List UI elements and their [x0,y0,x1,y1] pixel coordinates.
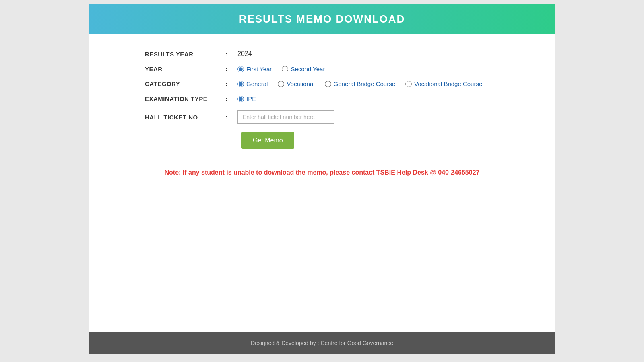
footer: Designed & Developed by : Centre for Goo… [89,332,555,354]
note-text: Note: If any student is unable to downlo… [165,169,480,176]
examination-type-ipe-option[interactable]: IPE [237,95,256,102]
category-general-label: General [246,80,268,87]
results-year-colon: : [225,51,229,58]
year-first-year-option[interactable]: First Year [237,66,272,72]
note-section: Note: If any student is unable to downlo… [113,169,531,176]
examination-type-radio-group: IPE [237,95,256,102]
examination-type-row: EXAMINATION TYPE : IPE [145,95,531,102]
get-memo-button[interactable]: Get Memo [242,132,294,149]
category-vocational-radio[interactable] [278,81,284,87]
page-title: RESULTS MEMO DOWNLOAD [89,13,555,25]
get-memo-row: Get Memo [229,132,531,149]
year-colon: : [225,66,229,72]
hall-ticket-label: HALL TICKET NO [145,114,225,121]
category-general-radio[interactable] [237,81,244,87]
year-second-year-label: Second Year [291,66,325,72]
category-general-bridge-option[interactable]: General Bridge Course [325,80,395,87]
category-row: CATEGORY : General Vocational General Br… [145,80,531,87]
category-vocational-bridge-label: Vocational Bridge Course [414,80,482,87]
examination-type-ipe-radio[interactable] [237,96,244,102]
hall-ticket-row: HALL TICKET NO : [145,110,531,124]
category-colon: : [225,80,229,87]
category-general-bridge-label: General Bridge Course [334,80,395,87]
examination-type-colon: : [225,95,229,102]
page-wrapper: RESULTS MEMO DOWNLOAD RESULTS YEAR : 202… [89,4,555,354]
category-vocational-label: Vocational [287,80,314,87]
category-general-bridge-radio[interactable] [325,81,331,87]
results-year-value: 2024 [237,50,252,58]
category-vocational-bridge-option[interactable]: Vocational Bridge Course [405,80,482,87]
category-vocational-bridge-radio[interactable] [405,81,412,87]
year-label: YEAR [145,66,225,72]
examination-type-label: EXAMINATION TYPE [145,95,225,102]
main-content: RESULTS YEAR : 2024 YEAR : First Year Se… [89,34,555,332]
year-first-year-label: First Year [246,66,272,72]
footer-text: Designed & Developed by : Centre for Goo… [251,340,393,346]
year-second-year-option[interactable]: Second Year [282,66,325,72]
category-vocational-option[interactable]: Vocational [278,80,314,87]
results-year-label: RESULTS YEAR [145,51,225,58]
year-radio-group: First Year Second Year [237,66,325,72]
year-second-year-radio[interactable] [282,66,288,72]
year-row: YEAR : First Year Second Year [145,66,531,72]
hall-ticket-input[interactable] [237,110,334,124]
category-general-option[interactable]: General [237,80,268,87]
results-year-row: RESULTS YEAR : 2024 [145,50,531,58]
examination-type-ipe-label: IPE [246,95,256,102]
year-first-year-radio[interactable] [237,66,244,72]
header-banner: RESULTS MEMO DOWNLOAD [89,4,555,34]
category-label: CATEGORY [145,80,225,87]
hall-ticket-colon: : [225,114,229,121]
form-section: RESULTS YEAR : 2024 YEAR : First Year Se… [145,50,531,149]
category-radio-group: General Vocational General Bridge Course… [237,80,482,87]
